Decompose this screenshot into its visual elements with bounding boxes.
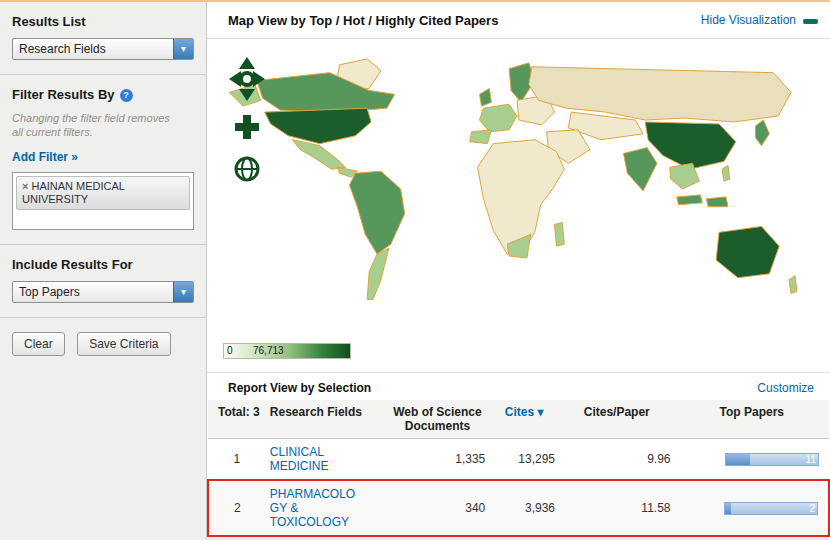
save-criteria-button[interactable]: Save Criteria — [77, 332, 170, 356]
sort-arrow-icon: ▾ — [537, 405, 543, 419]
top-papers-count: 11 — [806, 454, 816, 466]
cites-value: 3,936 — [489, 480, 559, 536]
legend-max-label: 76,713 — [253, 345, 284, 356]
map-region-new-zealand[interactable] — [789, 276, 797, 294]
map-region-russia[interactable] — [529, 67, 791, 122]
include-heading: Include Results For — [12, 257, 194, 272]
column-wos-documents: Web of Science Documents — [386, 400, 490, 439]
globe-reset-icon — [236, 158, 258, 180]
map-region-africa[interactable] — [478, 140, 565, 254]
help-icon[interactable]: ? — [120, 89, 133, 102]
docs-value: 340 — [386, 480, 490, 536]
map-controls[interactable] — [229, 57, 265, 189]
report-header: Report View by Selection Customize — [207, 372, 830, 398]
field-link[interactable]: PHARMACOLOGY & TOXICOLOGY — [270, 487, 364, 529]
results-list-heading: Results List — [12, 14, 194, 29]
filter-note: Changing the filter field removes all cu… — [12, 111, 182, 139]
remove-filter-icon[interactable]: × — [22, 180, 28, 192]
field-link[interactable]: CLINICAL MEDICINE — [270, 445, 364, 473]
cites-per-paper-value: 11.58 — [559, 480, 675, 536]
map-region-south-america-north[interactable] — [349, 171, 404, 254]
filter-tag[interactable]: ×HAINAN MEDICAL UNIVERSITY — [16, 176, 190, 210]
chevron-down-icon[interactable]: ▾ — [173, 39, 193, 59]
top-papers-bar-fill — [725, 503, 731, 514]
column-research-fields: Research Fields — [266, 400, 386, 439]
top-papers-bar-fill — [726, 454, 750, 465]
docs-value: 3,853 — [386, 536, 490, 540]
table-row: 1 CLINICAL MEDICINE 1,335 13,295 9.96 11 — [208, 439, 829, 481]
row-rank: 0 — [208, 536, 266, 540]
sidebar-buttons: Clear Save Criteria — [0, 318, 206, 370]
filter-heading: Filter Results By? — [12, 87, 194, 102]
map-region-indonesia-east[interactable] — [706, 197, 728, 207]
map-region-india[interactable] — [623, 148, 657, 191]
map-region-australia[interactable] — [716, 226, 779, 277]
map-title: Map View by Top / Hot / Highly Cited Pap… — [228, 13, 498, 28]
filter-box: ×HAINAN MEDICAL UNIVERSITY — [12, 172, 194, 230]
map-region-madagascar[interactable] — [554, 223, 564, 247]
filter-heading-label: Filter Results By — [12, 87, 115, 102]
zoom-in-icon — [235, 115, 259, 139]
map-region-south-america-south[interactable] — [367, 248, 389, 299]
clear-button[interactable]: Clear — [12, 332, 65, 356]
hide-visualization-link[interactable]: Hide Visualization — [701, 13, 796, 27]
column-cites-per-paper: Cites/Paper — [559, 400, 675, 439]
main-panel: Map View by Top / Hot / Highly Cited Pap… — [207, 2, 830, 540]
map-legend: 0 76,713 — [223, 343, 351, 359]
table-header-row: Total: 3 Research Fields Web of Science … — [208, 400, 829, 439]
map-region-iberia[interactable] — [470, 130, 492, 144]
add-filter-link[interactable]: Add Filter » — [12, 150, 78, 164]
chevron-down-icon[interactable]: ▾ — [173, 282, 193, 302]
pan-control-icon — [229, 57, 265, 101]
top-papers-bar: 11 — [725, 453, 819, 466]
map-region-japan[interactable] — [756, 120, 770, 146]
docs-value: 1,335 — [386, 439, 490, 481]
results-list-dropdown[interactable]: Research Fields ▾ — [12, 38, 194, 60]
world-map[interactable] — [217, 51, 817, 327]
include-dropdown-value: Top Papers — [13, 282, 193, 302]
map-region-philippines[interactable] — [722, 165, 730, 181]
results-list-dropdown-value: Research Fields — [13, 39, 193, 59]
map-region-usa[interactable] — [265, 108, 371, 143]
map-region-mexico[interactable] — [292, 140, 345, 170]
include-section: Include Results For Top Papers ▾ — [0, 245, 206, 318]
collapse-minus-icon[interactable] — [803, 19, 818, 24]
row-rank: 2 — [208, 480, 266, 536]
cites-per-paper-value: 9.96 — [559, 439, 675, 481]
filter-section: Filter Results By? Changing the filter f… — [0, 75, 206, 245]
table-row-highlighted: 2 PHARMACOLOGY & TOXICOLOGY 340 3,936 11… — [208, 480, 829, 536]
cites-per-paper-value: 10.23 — [559, 536, 675, 540]
map-area — [207, 39, 830, 339]
filter-tag-label: HAINAN MEDICAL UNIVERSITY — [22, 180, 125, 205]
customize-link[interactable]: Customize — [757, 381, 814, 395]
esi-page: Results List Research Fields ▾ Filter Re… — [0, 0, 830, 540]
total-count-label: Total: 3 — [208, 400, 266, 439]
top-papers-count: 2 — [809, 503, 815, 515]
row-rank: 1 — [208, 439, 266, 481]
sidebar: Results List Research Fields ▾ Filter Re… — [0, 2, 207, 540]
map-header: Map View by Top / Hot / Highly Cited Pap… — [207, 2, 830, 39]
report-title: Report View by Selection — [228, 381, 371, 395]
map-region-uk[interactable] — [480, 88, 492, 106]
pan-center-icon — [241, 73, 253, 85]
table-row: 0 ALL FIELDS 3,853 39,425 10.23 42 — [208, 536, 829, 540]
map-region-western-europe[interactable] — [480, 104, 517, 132]
report-table: Total: 3 Research Fields Web of Science … — [207, 400, 830, 540]
cites-value: 39,425 — [489, 536, 559, 540]
map-region-china[interactable] — [645, 122, 736, 169]
cites-value: 13,295 — [489, 439, 559, 481]
column-cites-label: Cites — [505, 405, 534, 419]
top-papers-bar: 2 — [724, 502, 818, 515]
results-list-section: Results List Research Fields ▾ — [0, 2, 206, 75]
column-top-papers: Top Papers — [675, 400, 830, 439]
legend-min-label: 0 — [227, 345, 233, 356]
map-region-indonesia-west[interactable] — [677, 195, 703, 205]
column-cites-sortable[interactable]: Cites ▾ — [489, 400, 559, 439]
include-dropdown[interactable]: Top Papers ▾ — [12, 281, 194, 303]
